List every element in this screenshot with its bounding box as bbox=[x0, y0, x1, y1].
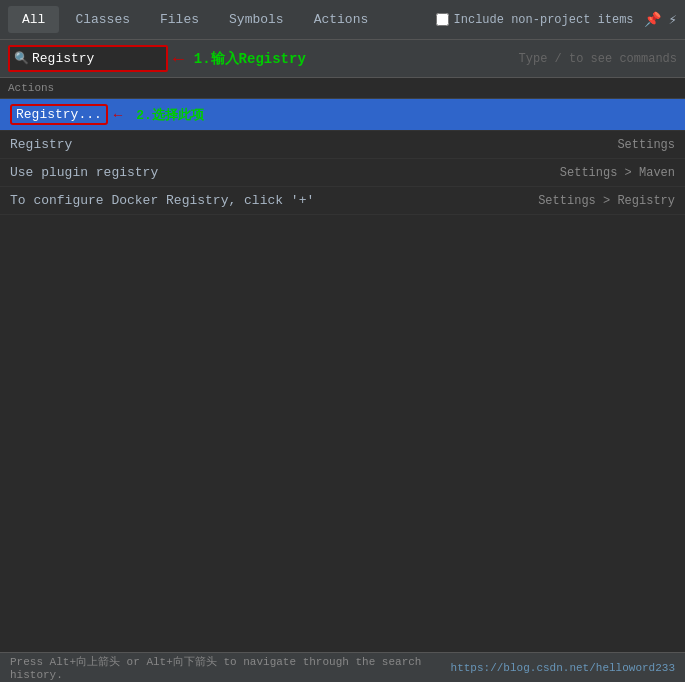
annotation-text-registry-dots: 2.选择此项 bbox=[136, 106, 204, 124]
nav-tab-classes[interactable]: Classes bbox=[61, 6, 144, 33]
result-left-plugin-registry: Use plugin registry bbox=[10, 165, 158, 180]
type-hint: Type / to see commands bbox=[519, 52, 677, 66]
search-bar: 🔍 ← 1.输入Registry Type / to see commands bbox=[0, 40, 685, 78]
search-input[interactable] bbox=[8, 45, 168, 72]
result-right-docker-registry: Settings > Registry bbox=[538, 194, 675, 208]
search-arrow: ← bbox=[173, 49, 184, 69]
result-left-registry: Registry bbox=[10, 137, 72, 152]
result-right-plugin-registry: Settings > Maven bbox=[560, 166, 675, 180]
result-left-registry-dots: Registry... ← 2.选择此项 bbox=[10, 104, 204, 125]
search-icon: 🔍 bbox=[14, 51, 29, 66]
result-row-registry-dots[interactable]: Registry... ← 2.选择此项 bbox=[0, 99, 685, 131]
result-name-bordered: Registry... bbox=[10, 104, 108, 125]
search-input-wrapper: 🔍 bbox=[8, 45, 168, 72]
search-annotation: 1.输入Registry bbox=[194, 50, 306, 68]
annotation-arrow-registry-dots: ← bbox=[114, 107, 122, 123]
nav-tab-symbols[interactable]: Symbols bbox=[215, 6, 298, 33]
result-row-docker-registry[interactable]: To configure Docker Registry, click '+'S… bbox=[0, 187, 685, 215]
result-row-plugin-registry[interactable]: Use plugin registrySettings > Maven bbox=[0, 159, 685, 187]
result-name-plugin-registry: Use plugin registry bbox=[10, 165, 158, 180]
include-checkbox[interactable] bbox=[436, 13, 449, 26]
results-list: Registry... ← 2.选择此项RegistrySettingsUse … bbox=[0, 99, 685, 215]
status-bar: Press Alt+向上箭头 or Alt+向下箭头 to navigate t… bbox=[0, 652, 685, 682]
include-label: Include non-project items bbox=[454, 13, 634, 27]
result-left-docker-registry: To configure Docker Registry, click '+' bbox=[10, 193, 314, 208]
nav-tab-files[interactable]: Files bbox=[146, 6, 213, 33]
result-row-registry[interactable]: RegistrySettings bbox=[0, 131, 685, 159]
main-content bbox=[0, 215, 685, 682]
pin-icon[interactable]: 📌 bbox=[644, 11, 661, 28]
actions-section-label: Actions bbox=[0, 78, 685, 99]
nav-tab-actions[interactable]: Actions bbox=[300, 6, 383, 33]
status-text: Press Alt+向上箭头 or Alt+向下箭头 to navigate t… bbox=[10, 654, 451, 681]
filter-icon[interactable]: ⚡ bbox=[669, 11, 677, 28]
nav-tab-all[interactable]: All bbox=[8, 6, 59, 33]
result-right-registry: Settings bbox=[617, 138, 675, 152]
result-name-registry: Registry bbox=[10, 137, 72, 152]
result-name-docker-registry: To configure Docker Registry, click '+' bbox=[10, 193, 314, 208]
include-checkbox-area: Include non-project items bbox=[436, 13, 634, 27]
status-link[interactable]: https://blog.csdn.net/helloword233 bbox=[451, 662, 675, 674]
top-nav: AllClassesFilesSymbolsActions Include no… bbox=[0, 0, 685, 40]
nav-icons: 📌 ⚡ bbox=[644, 11, 677, 28]
nav-tabs: AllClassesFilesSymbolsActions bbox=[8, 6, 382, 33]
